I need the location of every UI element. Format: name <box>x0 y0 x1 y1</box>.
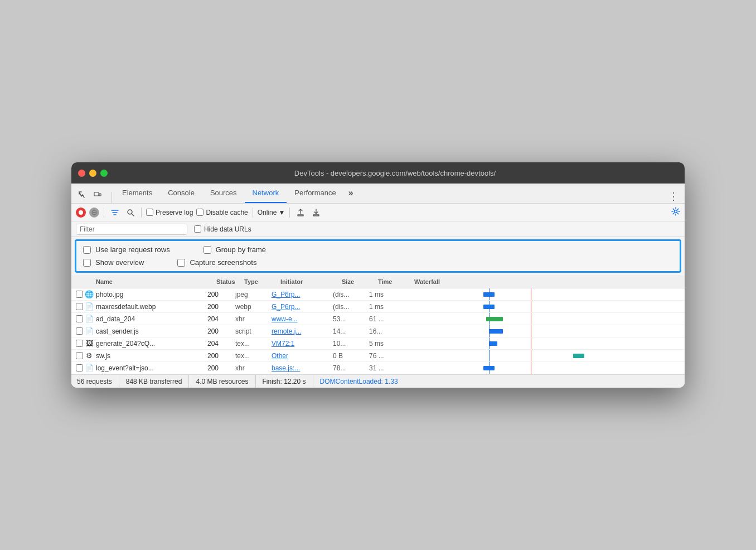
row-checkbox[interactable] <box>76 352 85 359</box>
disable-cache-checkbox[interactable] <box>196 209 203 216</box>
upload-icon[interactable] <box>294 208 307 218</box>
row-initiator[interactable]: www-e... <box>272 315 333 323</box>
row-checkbox[interactable] <box>76 340 85 347</box>
status-bar: 56 requests 848 KB transferred 4.0 MB re… <box>71 374 685 388</box>
tab-menu-button[interactable]: ⋮ <box>667 190 680 203</box>
tab-performance[interactable]: Performance <box>287 183 343 203</box>
row-size: 0 B <box>333 352 369 360</box>
hide-data-urls-checkbox[interactable] <box>194 225 201 233</box>
row-checkbox[interactable] <box>76 291 85 298</box>
wf-line-red <box>531 350 531 361</box>
show-overview-label: Show overview <box>95 258 144 267</box>
settings-icon[interactable] <box>671 207 680 218</box>
show-overview-checkbox[interactable] <box>83 259 91 267</box>
row-initiator[interactable]: Other <box>272 352 333 360</box>
tab-more-button[interactable]: » <box>344 183 358 203</box>
row-file-icon: 📄 <box>85 302 94 311</box>
status-resources: 4.0 MB resources <box>189 375 255 388</box>
col-header-type[interactable]: Type <box>244 278 280 285</box>
row-file-icon: 🌐 <box>85 290 94 299</box>
col-header-initiator[interactable]: Initiator <box>280 278 342 285</box>
wf-line-red <box>531 325 531 337</box>
row-status: 200 <box>207 352 235 360</box>
row-time: 31 ... <box>369 364 405 372</box>
tab-console[interactable]: Console <box>160 183 202 203</box>
table-row[interactable]: 📄 ad_data_204 204 xhr www-e... 53... 61 … <box>71 313 685 325</box>
row-initiator[interactable]: G_P6rp... <box>272 303 333 311</box>
tab-network[interactable]: Network <box>245 183 287 203</box>
row-initiator[interactable]: G_P6rp... <box>272 291 333 298</box>
row-file-icon: 🖼 <box>85 339 94 348</box>
preserve-log-label: Preserve log <box>156 209 193 216</box>
row-waterfall <box>405 313 685 325</box>
tab-sources[interactable]: Sources <box>202 183 245 203</box>
status-finish: Finish: 12.20 s <box>256 375 313 388</box>
close-button[interactable] <box>78 170 85 177</box>
online-label: Online <box>258 209 277 216</box>
table-row[interactable]: 🖼 generate_204?cQ... 204 tex... VM72:1 1… <box>71 337 685 350</box>
show-overview-option: Show overview <box>83 258 144 267</box>
tab-elements[interactable]: Elements <box>114 183 160 203</box>
row-type: tex... <box>235 352 272 360</box>
online-chevron[interactable]: ▼ <box>278 209 285 216</box>
table-row[interactable]: 🌐 photo.jpg 200 jpeg G_P6rp... (dis... 1… <box>71 288 685 301</box>
wf-bar <box>486 317 503 321</box>
network-table: 🌐 photo.jpg 200 jpeg G_P6rp... (dis... 1… <box>71 288 685 374</box>
row-status: 200 <box>207 364 235 372</box>
options-row-2: Show overview Capture screenshots <box>83 258 673 267</box>
preserve-log-checkbox[interactable] <box>146 209 153 216</box>
row-name: log_event?alt=jso... <box>96 364 207 372</box>
row-checkbox[interactable] <box>76 315 85 322</box>
maximize-button[interactable] <box>100 170 108 177</box>
filter-input[interactable] <box>76 224 187 235</box>
row-checkbox[interactable] <box>76 364 85 372</box>
row-time: 5 ms <box>369 340 405 348</box>
download-icon[interactable] <box>310 208 322 218</box>
col-header-name[interactable]: Name <box>94 278 216 285</box>
disable-cache-label: Disable cache <box>206 209 248 216</box>
row-initiator[interactable]: base.js:... <box>272 364 333 372</box>
row-time: 16... <box>369 327 405 335</box>
tab-icon-group <box>76 189 104 203</box>
stop-button[interactable] <box>89 208 99 218</box>
col-header-status[interactable]: Status <box>216 278 244 285</box>
row-type: xhr <box>235 315 272 323</box>
table-row[interactable]: 📄 maxresdefault.webp 200 webp G_P6rp... … <box>71 301 685 313</box>
device-toggle-icon[interactable] <box>91 189 104 201</box>
table-row[interactable]: 📄 cast_sender.js 200 script remote.j... … <box>71 325 685 337</box>
table-row[interactable]: 📄 log_event?alt=jso... 200 xhr base.js:.… <box>71 362 685 374</box>
search-icon[interactable] <box>124 208 137 218</box>
row-time: 61 ... <box>369 315 405 323</box>
use-large-request-rows-checkbox[interactable] <box>83 246 91 254</box>
row-type: jpeg <box>235 291 272 298</box>
status-transferred: 848 KB transferred <box>119 375 190 388</box>
use-large-request-rows-label: Use large request rows <box>95 245 170 254</box>
disable-cache-group: Disable cache <box>196 209 248 216</box>
group-by-frame-checkbox[interactable] <box>203 246 211 254</box>
minimize-button[interactable] <box>89 170 96 177</box>
ctrl-divider-4 <box>289 208 290 218</box>
title-bar: DevTools - developers.google.com/web/too… <box>71 162 685 184</box>
wf-bar <box>489 341 497 346</box>
capture-screenshots-checkbox[interactable] <box>177 259 185 267</box>
capture-screenshots-label: Capture screenshots <box>190 258 256 267</box>
row-status: 204 <box>207 340 235 348</box>
row-file-icon: 📄 <box>85 364 94 373</box>
inspect-icon[interactable] <box>76 189 88 201</box>
row-waterfall <box>405 301 685 312</box>
row-checkbox[interactable] <box>76 303 85 310</box>
row-file-icon: ⚙ <box>85 351 94 360</box>
ctrl-divider-3 <box>253 208 253 218</box>
col-header-waterfall[interactable]: Waterfall <box>414 278 685 285</box>
col-header-size[interactable]: Size <box>342 278 378 285</box>
row-checkbox[interactable] <box>76 327 85 335</box>
record-button[interactable] <box>76 208 86 218</box>
col-header-time[interactable]: Time <box>378 278 414 285</box>
row-initiator[interactable]: VM72:1 <box>272 340 333 348</box>
filter-icon[interactable] <box>109 208 121 218</box>
row-status: 204 <box>207 315 235 323</box>
preserve-log-group: Preserve log <box>146 209 193 216</box>
row-initiator[interactable]: remote.j... <box>272 327 333 335</box>
row-status: 200 <box>207 303 235 311</box>
table-row[interactable]: ⚙ sw.js 200 tex... Other 0 B 76 ... <box>71 350 685 362</box>
